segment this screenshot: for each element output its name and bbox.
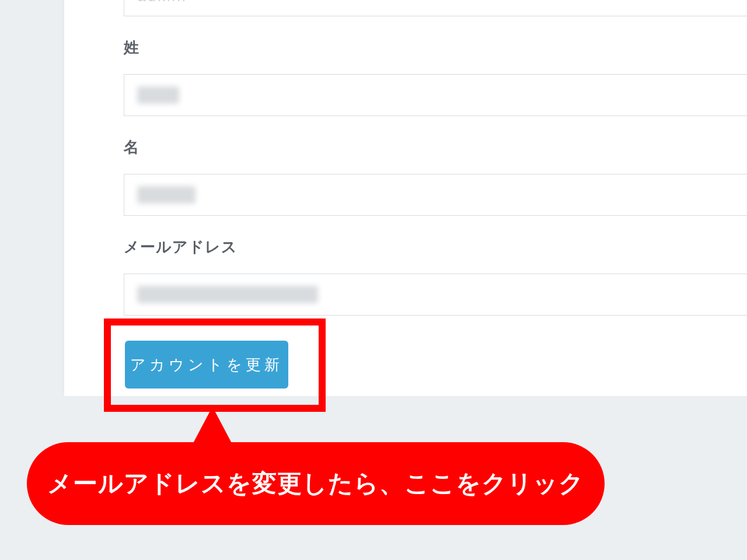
callout-text: メールアドレスを変更したら、ここをクリック	[47, 467, 584, 500]
firstname-field: 名	[64, 137, 747, 216]
callout-bubble: メールアドレスを変更したら、ここをクリック	[27, 442, 605, 525]
firstname-redacted	[137, 186, 196, 204]
username-value: admin	[137, 0, 187, 5]
email-input[interactable]	[124, 274, 747, 316]
email-redacted	[137, 286, 318, 303]
username-input-wrap[interactable]: admin	[124, 0, 747, 16]
lastname-label: 姓	[124, 37, 747, 58]
firstname-label: 名	[124, 137, 747, 158]
email-label: メールアドレス	[124, 237, 747, 257]
update-account-button[interactable]: アカウントを更新	[125, 341, 288, 388]
lastname-redacted	[137, 86, 179, 104]
firstname-input[interactable]	[124, 174, 747, 216]
lastname-input[interactable]	[124, 74, 747, 116]
lastname-field: 姓	[64, 37, 747, 116]
settings-panel: admin 姓 名 メールアドレス	[64, 0, 747, 396]
email-field: メールアドレス	[64, 237, 747, 316]
